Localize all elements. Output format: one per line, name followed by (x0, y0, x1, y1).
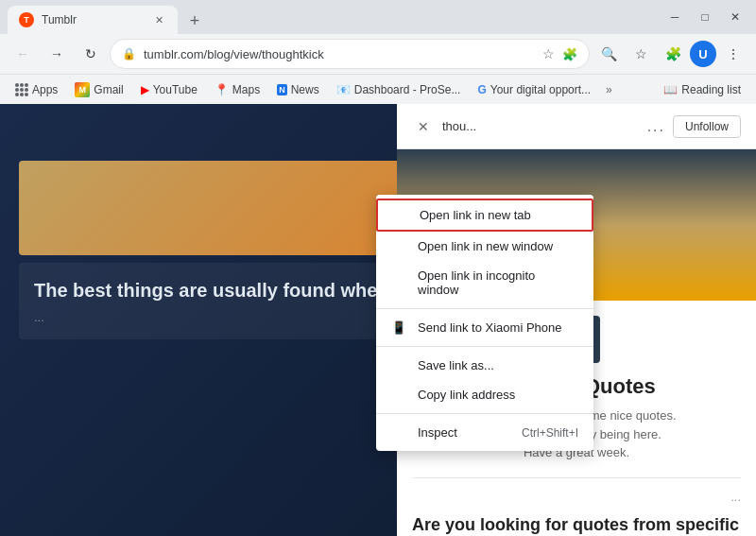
deeplife-header: ✕ thou... ... Unfollow (397, 104, 756, 149)
bookmark-news[interactable]: N News (269, 79, 327, 100)
deeplife-close-button[interactable]: ✕ (412, 115, 435, 138)
google-label: Your digital opport... (490, 83, 591, 96)
context-menu-copy-link[interactable]: Copy link address (376, 380, 593, 409)
tab-favicon: T (19, 12, 34, 27)
nav-right-actions: 🔍 ☆ 🧩 U ⋮ (593, 39, 748, 69)
tab-close-button[interactable]: ✕ (151, 12, 166, 27)
bookmark-apps[interactable]: Apps (8, 79, 65, 100)
open-new-tab-label: Open link in new tab (420, 208, 531, 222)
bookmark-gmail[interactable]: M Gmail (67, 78, 130, 101)
deeplife-dots: ... (412, 490, 741, 504)
apps-label: Apps (32, 83, 58, 96)
address-bar[interactable]: 🔒 tumblr.com/blog/view/thoughtkick ☆ 🧩 (110, 39, 590, 69)
reload-button[interactable]: ↻ (76, 39, 106, 69)
context-separator-1 (376, 308, 593, 309)
deeplife-panel-title: thou... (442, 119, 640, 133)
deeplife-more-button[interactable]: ... (647, 118, 665, 135)
context-separator-2 (376, 346, 593, 347)
title-bar: T Tumblr ✕ + ─ □ ✕ (0, 0, 756, 34)
context-menu-open-incognito[interactable]: Open link in incognito window (376, 261, 593, 304)
page-content: The best things are usually found when y… (0, 104, 756, 536)
lock-icon: 🔒 (122, 47, 136, 61)
context-menu-save-link[interactable]: Save link as... (376, 351, 593, 380)
active-tab[interactable]: T Tumblr ✕ (8, 6, 178, 34)
bookmark-star-button[interactable]: ☆ (626, 39, 656, 69)
dashboard-label: Dashboard - ProSe... (354, 83, 461, 96)
deeplife-divider (412, 477, 741, 478)
close-window-button[interactable]: ✕ (722, 4, 748, 30)
menu-button[interactable]: ⋮ (718, 39, 748, 69)
browser-frame: T Tumblr ✕ + ─ □ ✕ ← → ↻ 🔒 tumblr.com/bl… (0, 0, 756, 536)
context-menu-open-new-window[interactable]: Open link in new window (376, 232, 593, 261)
copy-link-label: Copy link address (418, 388, 515, 402)
address-star-icon[interactable]: ☆ (542, 46, 555, 61)
chevron-right-icon: » (606, 83, 612, 96)
nav-bar: ← → ↻ 🔒 tumblr.com/blog/view/thoughtkick… (0, 34, 756, 74)
news-icon: N (277, 84, 287, 95)
gmail-icon: M (75, 82, 90, 97)
minimize-button[interactable]: ─ (662, 4, 688, 30)
back-button[interactable]: ← (8, 39, 38, 69)
context-menu-send-link[interactable]: 📱 Send link to Xiaomi Phone (376, 313, 593, 342)
unfollow-button[interactable]: Unfollow (673, 115, 741, 138)
window-controls: ─ □ ✕ (662, 4, 748, 30)
tab-area: T Tumblr ✕ + (8, 0, 654, 34)
reading-list-icon: 📖 (663, 83, 678, 96)
news-label: News (291, 83, 319, 96)
reading-list-button[interactable]: 📖 Reading list (656, 79, 748, 100)
search-button[interactable]: 🔍 (593, 39, 624, 69)
save-link-label: Save link as... (418, 358, 494, 372)
address-text: tumblr.com/blog/view/thoughtkick (144, 47, 535, 61)
context-menu-open-new-tab[interactable]: Open link in new tab (376, 199, 593, 232)
new-tab-button[interactable]: + (181, 8, 208, 34)
context-separator-3 (376, 413, 593, 414)
gmail-label: Gmail (94, 83, 123, 96)
send-link-label: Send link to Xiaomi Phone (418, 320, 561, 335)
youtube-icon: ▶ (141, 83, 149, 96)
reading-list-label: Reading list (681, 83, 741, 96)
extensions-button[interactable]: 🧩 (658, 39, 688, 69)
google-icon: G (477, 83, 486, 96)
phone-icon: 📱 (391, 320, 406, 335)
forward-button[interactable]: → (42, 39, 72, 69)
youtube-label: YouTube (153, 83, 198, 96)
apps-grid-icon (15, 83, 28, 96)
inspect-label: Inspect (418, 425, 457, 440)
maximize-button[interactable]: □ (692, 4, 718, 30)
bookmark-dashboard[interactable]: 📧 Dashboard - ProSe... (329, 79, 469, 100)
maps-icon: 📍 (215, 83, 229, 96)
maps-label: Maps (232, 83, 260, 96)
bookmark-maps[interactable]: 📍 Maps (207, 79, 267, 100)
bookmarks-bar: Apps M Gmail ▶ YouTube 📍 Maps N News 📧 D… (0, 74, 756, 104)
address-extensions-icon[interactable]: 🧩 (562, 47, 577, 61)
more-bookmarks-button[interactable]: » (600, 79, 618, 100)
context-menu-inspect[interactable]: Inspect Ctrl+Shift+I (376, 418, 593, 447)
open-new-window-label: Open link in new window (418, 239, 553, 253)
bookmark-youtube[interactable]: ▶ YouTube (133, 79, 205, 100)
bookmark-google[interactable]: G Your digital opport... (470, 79, 598, 100)
tab-title: Tumblr (42, 13, 144, 26)
open-incognito-label: Open link in incognito window (418, 268, 578, 297)
deeplife-question: Are you looking for quotes from specific… (412, 515, 741, 537)
profile-icon[interactable]: U (690, 41, 716, 67)
inspect-shortcut: Ctrl+Shift+I (522, 426, 578, 440)
outlook-icon: 📧 (336, 83, 351, 96)
context-menu: Open link in new tab Open link in new wi… (376, 195, 593, 451)
